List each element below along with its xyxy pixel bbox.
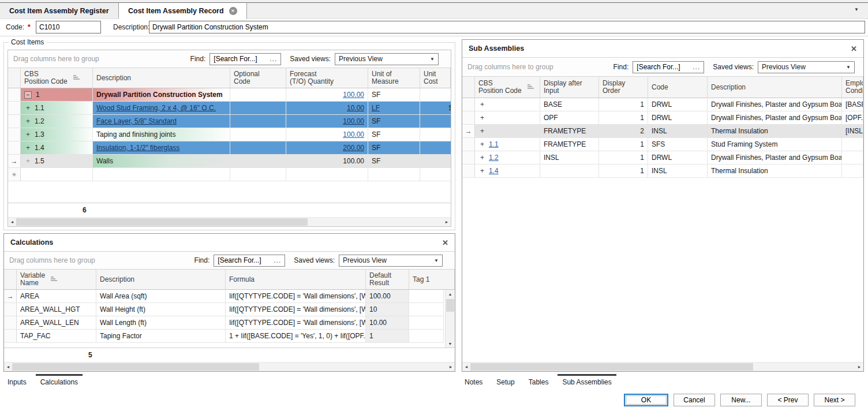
- table-row[interactable]: AREA_WALL_HGTWall Height (ft)Iif([QTYTYP…: [4, 303, 445, 316]
- column-header-code[interactable]: Code: [648, 77, 708, 98]
- close-icon[interactable]: ✕: [851, 44, 857, 53]
- cell-order[interactable]: 1: [599, 165, 648, 178]
- cell-uom[interactable]: SF: [368, 141, 420, 155]
- column-header-display-after[interactable]: Display after Input: [540, 77, 599, 98]
- scroll-left-arrow[interactable]: ◄: [8, 218, 16, 226]
- cell-desc[interactable]: Thermal Insulation: [708, 165, 842, 178]
- desc-link[interactable]: Wood Stud Framing, 2 x 4, @ 16" O.C.: [96, 104, 216, 112]
- cell-position-code[interactable]: +: [475, 98, 540, 111]
- position-code-link[interactable]: 1.4: [489, 167, 499, 175]
- cell-desc[interactable]: Drywall Finishes, Plaster and Gypsum Boa…: [708, 151, 842, 165]
- cell-cost[interactable]: $: [420, 88, 451, 102]
- cell-optional[interactable]: [230, 102, 286, 115]
- cell-order[interactable]: 1: [599, 111, 648, 125]
- scroll-right-arrow[interactable]: ►: [443, 218, 451, 226]
- scrollbar-thumb[interactable]: [470, 363, 753, 371]
- cell-order[interactable]: 1: [599, 151, 648, 165]
- expand-icon[interactable]: +: [24, 144, 32, 152]
- tab-cost-item-assembly-register[interactable]: Cost Item Assembly Register: [0, 3, 119, 18]
- cell-desc[interactable]: Taping and finishing joints: [93, 128, 230, 141]
- cell-desc[interactable]: Walls: [93, 155, 230, 168]
- cell-cost[interactable]: $: [420, 141, 451, 155]
- cell-code[interactable]: INSL: [648, 165, 708, 178]
- table-row[interactable]: +1.41INSLThermal Insulation: [462, 165, 863, 178]
- column-header-description[interactable]: Description: [93, 68, 230, 88]
- cell-tag[interactable]: [409, 316, 444, 330]
- cell-desc[interactable]: Thermal Insulation: [708, 125, 842, 138]
- scrollbar-thumb[interactable]: [12, 363, 259, 371]
- vertical-scrollbar[interactable]: ▲ ▼: [445, 290, 455, 348]
- cell-result[interactable]: 1: [366, 330, 409, 343]
- position-code-link[interactable]: 1.1: [489, 140, 499, 148]
- cell-display-after[interactable]: OPF: [540, 111, 599, 125]
- cell-cost[interactable]: $1: [420, 102, 451, 115]
- horizontal-scrollbar[interactable]: ◄ ►: [4, 362, 455, 371]
- column-header-unit-of[interactable]: Unit of Measure: [368, 68, 420, 88]
- ellipsis-button[interactable]: ...: [270, 256, 285, 264]
- cell-position-code[interactable]: +1.5: [21, 155, 93, 168]
- column-header-emplo[interactable]: Emplo Condi: [842, 77, 863, 98]
- expand-icon[interactable]: +: [24, 157, 32, 165]
- search-box[interactable]: ...: [209, 53, 281, 65]
- cell-tag[interactable]: [409, 290, 444, 303]
- cell-desc[interactable]: Drywall Finishes, Plaster and Gypsum Boa…: [708, 98, 842, 111]
- table-row[interactable]: ✳: [8, 168, 451, 181]
- forecast-link[interactable]: 100.00: [343, 130, 364, 139]
- close-icon[interactable]: ✕: [229, 7, 237, 15]
- expand-icon[interactable]: +: [24, 104, 32, 112]
- expand-icon[interactable]: +: [478, 127, 486, 135]
- cell-display-after[interactable]: FRAMETYPE: [540, 138, 599, 151]
- cell-emp[interactable]: [OPF.: [842, 111, 863, 125]
- cell-desc[interactable]: Drywall Partition Construction System: [93, 88, 230, 102]
- cell-code[interactable]: DRWL: [648, 98, 708, 111]
- cell-optional[interactable]: [230, 155, 286, 168]
- cell-forecast[interactable]: 100.00: [286, 115, 368, 128]
- collapse-icon[interactable]: −: [24, 91, 32, 99]
- expand-icon[interactable]: +: [478, 140, 486, 148]
- table-row[interactable]: +BASE1DRWLDrywall Finishes, Plaster and …: [462, 98, 863, 111]
- cell-desc[interactable]: Drywall Finishes, Plaster and Gypsum Boa…: [708, 111, 842, 125]
- cell-cost[interactable]: [420, 168, 451, 181]
- forecast-link[interactable]: 200.00: [343, 144, 364, 152]
- cell-position-code[interactable]: +1.2: [475, 151, 540, 165]
- column-header-description[interactable]: Description: [708, 77, 842, 98]
- cell-cost[interactable]: $: [420, 128, 451, 141]
- table-row[interactable]: →+FRAMETYPE2INSLThermal Insulation[INSL.: [462, 125, 863, 138]
- cell-emp[interactable]: [842, 165, 863, 178]
- cell-name[interactable]: AREA_WALL_LEN: [17, 316, 96, 330]
- table-row[interactable]: →AREAWall Area (sqft)Iif([QTYTYPE.CODE] …: [4, 290, 445, 303]
- cell-forecast[interactable]: 100.00: [286, 128, 368, 141]
- cell-position-code[interactable]: +1.4: [21, 141, 93, 155]
- cell-display-after[interactable]: [540, 165, 599, 178]
- expand-icon[interactable]: +: [24, 117, 32, 125]
- cell-desc[interactable]: Wood Stud Framing, 2 x 4, @ 16" O.C.: [93, 102, 230, 115]
- expand-icon[interactable]: +: [24, 130, 32, 139]
- cell-optional[interactable]: [230, 128, 286, 141]
- description-field[interactable]: [149, 21, 865, 33]
- column-header-description[interactable]: Description: [96, 270, 226, 289]
- search-input[interactable]: [210, 55, 266, 63]
- column-header-formula[interactable]: Formula: [226, 270, 366, 289]
- cell-emp[interactable]: [842, 151, 863, 165]
- cell-desc[interactable]: Wall Height (ft): [96, 303, 226, 316]
- scroll-down-arrow[interactable]: ▼: [446, 339, 455, 348]
- next-button[interactable]: Next >: [814, 394, 855, 406]
- cell-uom[interactable]: SF: [368, 88, 420, 102]
- column-header-display[interactable]: Display Order: [599, 77, 648, 98]
- cell-code[interactable]: DRWL: [648, 151, 708, 165]
- cell-forecast[interactable]: 10.00: [286, 102, 368, 115]
- cell-cost[interactable]: $: [420, 155, 451, 168]
- scroll-up-arrow[interactable]: ▲: [446, 290, 455, 298]
- search-input[interactable]: [633, 63, 689, 71]
- column-header-variable[interactable]: Variable Name: [17, 270, 96, 289]
- cell-display-after[interactable]: FRAMETYPE: [540, 125, 599, 138]
- cell-optional[interactable]: [230, 115, 286, 128]
- table-row[interactable]: +1.2Face Layer, 5/8" Standard100.00SF$: [8, 115, 451, 128]
- table-row[interactable]: +1.4Insulation, 1-1/2" fiberglass200.00S…: [8, 141, 451, 155]
- tab-sub-assemblies[interactable]: Sub Assemblies: [560, 374, 613, 386]
- desc-link[interactable]: Face Layer, 5/8" Standard: [96, 117, 177, 125]
- cell-name[interactable]: TAP_FAC: [17, 330, 96, 343]
- uom-link[interactable]: LF: [372, 104, 380, 112]
- cell-position-code[interactable]: +: [475, 125, 540, 138]
- cell-forecast[interactable]: [286, 168, 368, 181]
